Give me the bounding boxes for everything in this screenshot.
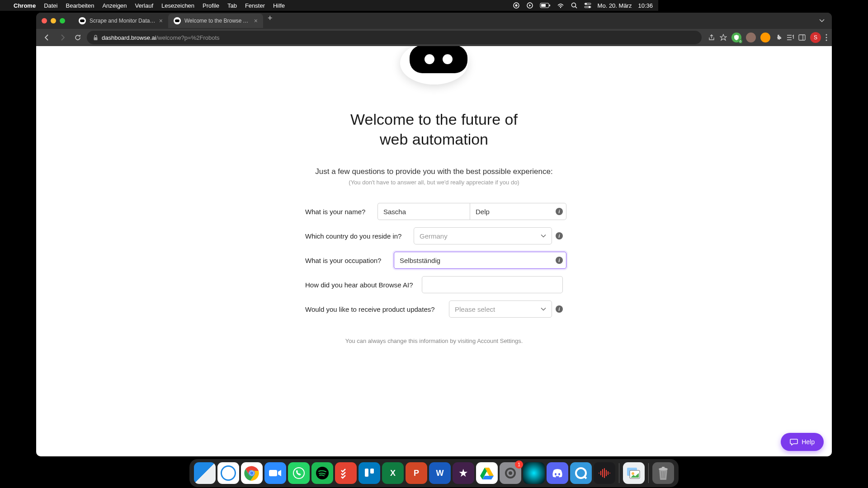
url-path: /welcome?p=%2Frobots bbox=[156, 34, 220, 41]
menubar-item[interactable]: Lesezeichen bbox=[161, 2, 194, 9]
search-icon[interactable] bbox=[571, 2, 578, 9]
updates-label: Would you like to receive product update… bbox=[305, 305, 440, 313]
new-tab-button[interactable]: + bbox=[263, 14, 277, 28]
info-icon[interactable]: i bbox=[556, 305, 563, 313]
last-name-input[interactable] bbox=[470, 203, 566, 220]
first-name-input[interactable] bbox=[377, 203, 470, 220]
svg-point-12 bbox=[589, 6, 590, 8]
chrome-window: Scrape and Monitor Data from × Welcome t… bbox=[36, 13, 658, 369]
mac-menubar: Chrome Datei Bearbeiten Anzeigen Verlauf… bbox=[0, 0, 658, 11]
page-headline: Welcome to the future of web automation bbox=[350, 109, 518, 149]
page-content: Welcome to the future of web automation … bbox=[36, 46, 658, 369]
play-icon[interactable] bbox=[526, 2, 533, 9]
chevron-down-icon bbox=[541, 234, 546, 238]
name-label: What is your name? bbox=[305, 208, 371, 216]
tab-close-icon[interactable]: × bbox=[254, 17, 258, 24]
tab-title: Welcome to the Browse AI com bbox=[184, 18, 250, 24]
chevron-down-icon bbox=[541, 307, 546, 311]
svg-rect-13 bbox=[94, 37, 98, 40]
svg-line-8 bbox=[575, 7, 577, 9]
record-icon[interactable] bbox=[513, 2, 520, 9]
window-close-button[interactable] bbox=[42, 18, 47, 23]
browser-tab-active[interactable]: Welcome to the Browse AI com × bbox=[168, 14, 263, 28]
info-icon[interactable]: i bbox=[556, 232, 563, 239]
footer-note: You can always change this information b… bbox=[345, 338, 523, 344]
country-select[interactable]: Germany bbox=[414, 227, 552, 244]
page-subtitle-note: (You don't have to answer all, but we'd … bbox=[349, 179, 519, 186]
menubar-item[interactable]: Datei bbox=[44, 2, 57, 9]
svg-point-10 bbox=[585, 3, 587, 5]
robot-logo-icon bbox=[396, 46, 472, 87]
svg-point-6 bbox=[560, 7, 561, 8]
menubar-item[interactable]: Fenster bbox=[245, 2, 265, 9]
tab-close-icon[interactable]: × bbox=[159, 17, 163, 24]
menubar-time[interactable]: 10:36 bbox=[638, 2, 653, 9]
wifi-icon[interactable] bbox=[557, 3, 564, 8]
svg-point-7 bbox=[571, 3, 576, 7]
url-domain: dashboard.browse.ai bbox=[102, 34, 156, 41]
tab-favicon-icon bbox=[174, 17, 181, 24]
window-minimize-button[interactable] bbox=[51, 18, 56, 23]
control-center-icon[interactable] bbox=[584, 2, 591, 9]
svg-rect-4 bbox=[549, 5, 550, 6]
page-subtitle: Just a few questions to provide you with… bbox=[315, 167, 552, 176]
heard-about-input[interactable] bbox=[422, 276, 563, 293]
occupation-input[interactable] bbox=[394, 252, 566, 269]
browser-toolbar: dashboard.browse.ai/welcome?p=%2Frobots … bbox=[36, 29, 658, 46]
svg-point-1 bbox=[515, 5, 517, 7]
lock-icon bbox=[93, 35, 98, 41]
battery-icon[interactable] bbox=[540, 3, 551, 8]
forward-button[interactable] bbox=[56, 31, 69, 44]
menubar-date[interactable]: Mo. 20. März bbox=[598, 2, 632, 9]
tab-favicon-icon bbox=[79, 17, 86, 24]
onboarding-form: What is your name? i Which country do yo… bbox=[305, 203, 563, 325]
menubar-item[interactable]: Profile bbox=[203, 2, 219, 9]
window-maximize-button[interactable] bbox=[60, 18, 65, 23]
menubar-item[interactable]: Tab bbox=[227, 2, 237, 9]
menubar-item[interactable]: Bearbeiten bbox=[66, 2, 94, 9]
reload-button[interactable] bbox=[71, 31, 84, 44]
svg-rect-5 bbox=[541, 4, 546, 7]
menubar-item[interactable]: Anzeigen bbox=[102, 2, 127, 9]
browser-tab[interactable]: Scrape and Monitor Data from × bbox=[73, 14, 168, 28]
menubar-app[interactable]: Chrome bbox=[14, 2, 36, 9]
occupation-label: What is your occupation? bbox=[305, 257, 387, 264]
tab-title: Scrape and Monitor Data from bbox=[90, 18, 156, 24]
address-bar[interactable]: dashboard.browse.ai/welcome?p=%2Frobots bbox=[87, 31, 658, 44]
back-button[interactable] bbox=[41, 31, 53, 44]
updates-select[interactable]: Please select bbox=[449, 300, 552, 318]
menubar-item[interactable]: Verlauf bbox=[135, 2, 153, 9]
tab-bar: Scrape and Monitor Data from × Welcome t… bbox=[36, 13, 658, 29]
heard-about-label: How did you hear about Browse AI? bbox=[305, 281, 418, 289]
menubar-item[interactable]: Hilfe bbox=[273, 2, 285, 9]
country-label: Which country do you reside in? bbox=[305, 232, 407, 240]
